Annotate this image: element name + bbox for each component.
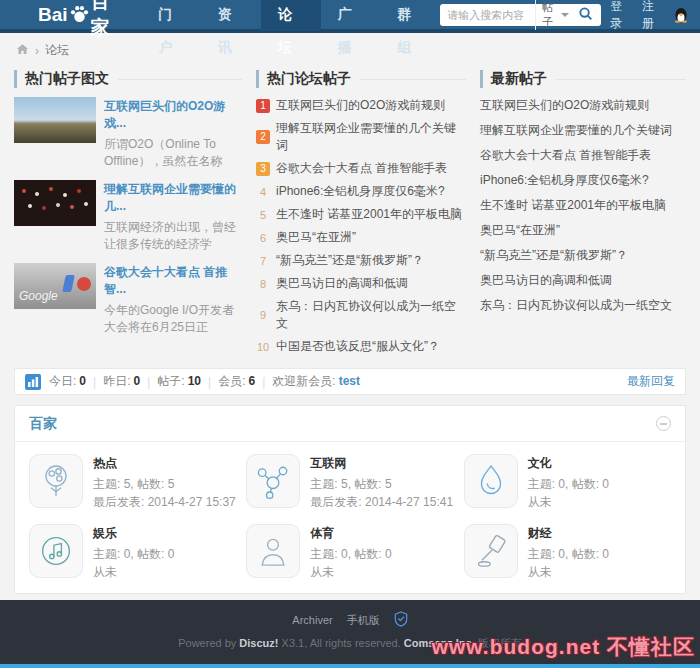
title-rule bbox=[118, 79, 242, 80]
hot-pic-item: Google 谷歌大会十大看点 首推智... 今年的Google I/O开发者大… bbox=[14, 263, 242, 337]
hot-post-link[interactable]: 中国是否也该反思“服从文化”？ bbox=[276, 338, 440, 355]
gavel-icon[interactable] bbox=[464, 524, 518, 578]
title-rule bbox=[556, 79, 686, 80]
new-post-link[interactable]: 生不逢时 诺基亚2001年的平板电脑 bbox=[480, 198, 666, 212]
new-post-item: 奥巴马访日的高调和低调 bbox=[480, 272, 686, 289]
hot-post-link[interactable]: 奥巴马访日的高调和低调 bbox=[276, 275, 408, 292]
nav-item-news[interactable]: 资讯 bbox=[201, 0, 261, 31]
stat-divider: | bbox=[208, 375, 211, 389]
network-icon[interactable] bbox=[246, 454, 300, 508]
hot-pic-item: 理解互联网企业需要懂的几... 互联网经济的出现，曾经让很多传统的经济学 bbox=[14, 180, 242, 254]
new-post-link[interactable]: “新乌克兰”还是“新俄罗斯”？ bbox=[480, 248, 628, 262]
post-thumbnail-sky[interactable] bbox=[14, 97, 96, 143]
rank-badge: 2 bbox=[256, 130, 270, 144]
nav-item-broadcast[interactable]: 广播 bbox=[321, 0, 381, 31]
forum-grid: 热点 主题: 5, 帖数: 5 最后发表: 2014-4-27 15:37 互联… bbox=[15, 442, 685, 593]
chevron-down-icon bbox=[561, 13, 569, 17]
nav-item-portal[interactable]: 门户 bbox=[141, 0, 201, 31]
forum-cell-finance: 财经 主题: 0, 帖数: 0 从未 bbox=[464, 524, 671, 581]
forum-name-link[interactable]: 文化 bbox=[528, 455, 609, 472]
breadcrumb-forum[interactable]: 论坛 bbox=[45, 42, 69, 59]
category-title-link[interactable]: 百家 bbox=[29, 415, 57, 433]
baidu-baijia-logo[interactable]: Bai 百家 bbox=[38, 0, 125, 41]
top-navbar: Bai 百家 门户 资讯 论坛 广播 群组 帖子 登录 注册 bbox=[0, 0, 700, 33]
person-icon[interactable] bbox=[246, 524, 300, 578]
post-title-link[interactable]: 理解互联网企业需要懂的几... bbox=[104, 181, 242, 215]
logo-text-bai: Bai bbox=[38, 4, 68, 26]
new-post-link[interactable]: iPhone6:全铝机身厚度仅6毫米? bbox=[480, 173, 649, 187]
nav-item-group[interactable]: 群组 bbox=[380, 0, 440, 31]
hot-post-link[interactable]: iPhone6:全铝机身厚度仅6毫米? bbox=[276, 183, 445, 200]
search-input[interactable] bbox=[447, 9, 535, 21]
rank-number: 9 bbox=[256, 308, 270, 322]
collapse-icon[interactable] bbox=[656, 416, 671, 431]
post-thumbnail-shop[interactable] bbox=[14, 180, 96, 226]
hot-post-link[interactable]: 理解互联网企业需要懂的几个关键词 bbox=[276, 120, 466, 154]
discuz-credit-link[interactable]: Discuz! bbox=[239, 637, 278, 649]
hot-pics-title: 热门帖子图文 bbox=[14, 70, 242, 88]
hot-post-link[interactable]: “新乌克兰”还是“新俄罗斯”？ bbox=[276, 252, 424, 269]
forum-stats: 主题: 0, 帖数: 0 bbox=[528, 545, 609, 563]
forum-lastpost: 从未 bbox=[93, 563, 174, 581]
hot-post-link[interactable]: 生不逢时 诺基亚2001年的平板电脑 bbox=[276, 206, 462, 223]
main-menu: 门户 资讯 论坛 广播 群组 bbox=[141, 0, 440, 31]
rank-number: 10 bbox=[256, 340, 270, 354]
hot-post-link[interactable]: 互联网巨头们的O2O游戏前规则 bbox=[276, 97, 445, 114]
rank-number: 8 bbox=[256, 277, 270, 291]
new-post-item: iPhone6:全铝机身厚度仅6毫米? bbox=[480, 172, 686, 189]
mobile-version-link[interactable]: 手机版 bbox=[347, 613, 380, 628]
rank-number: 7 bbox=[256, 254, 270, 268]
shield-icon[interactable] bbox=[394, 611, 408, 629]
navbar-right: 帖子 登录 注册 bbox=[440, 0, 688, 32]
forum-cell-sports: 体育 主题: 0, 帖数: 0 从未 bbox=[246, 524, 453, 581]
new-post-link[interactable]: 奥巴马访日的高调和低调 bbox=[480, 273, 612, 287]
new-post-link[interactable]: 互联网巨头们的O2O游戏前规则 bbox=[480, 98, 649, 112]
forum-name-link[interactable]: 娱乐 bbox=[93, 525, 174, 542]
tree-icon[interactable] bbox=[29, 454, 83, 508]
new-post-item: 互联网巨头们的O2O游戏前规则 bbox=[480, 97, 686, 114]
stat-divider: | bbox=[93, 375, 96, 389]
latest-reply-link[interactable]: 最新回复 bbox=[627, 373, 675, 390]
home-icon[interactable] bbox=[16, 43, 29, 58]
new-post-link[interactable]: 东乌：日内瓦协议何以成为一纸空文 bbox=[480, 298, 672, 312]
music-note-icon[interactable] bbox=[29, 524, 83, 578]
forum-lastpost[interactable]: 最后发表: 2014-4-27 15:37 bbox=[93, 493, 236, 511]
breadcrumb-separator: › bbox=[35, 44, 39, 58]
login-link[interactable]: 登录 bbox=[610, 0, 633, 32]
stat-posts: 帖子:10 bbox=[157, 373, 201, 390]
archiver-link[interactable]: Archiver bbox=[292, 614, 332, 626]
category-header: 百家 bbox=[15, 406, 685, 442]
rank-number: 5 bbox=[256, 208, 270, 222]
search-button[interactable] bbox=[575, 4, 596, 26]
nav-item-forum[interactable]: 论坛 bbox=[261, 0, 321, 31]
forum-stats: 主题: 0, 帖数: 0 bbox=[310, 545, 391, 563]
stat-today: 今日:0 bbox=[49, 373, 86, 390]
hot-post-item: 3谷歌大会十大看点 首推智能手表 bbox=[256, 160, 466, 177]
forum-name-link[interactable]: 热点 bbox=[93, 455, 236, 472]
qq-login-icon[interactable] bbox=[674, 7, 688, 23]
forum-name-link[interactable]: 财经 bbox=[528, 525, 609, 542]
forum-name-link[interactable]: 互联网 bbox=[310, 455, 453, 472]
hot-post-link[interactable]: 奥巴马“在亚洲” bbox=[276, 229, 356, 246]
footer: Archiver 手机版 Powered by Discuz! X3.1, Al… bbox=[0, 600, 700, 668]
register-link[interactable]: 注册 bbox=[642, 0, 665, 32]
search-scope-label: 帖子 bbox=[542, 0, 557, 30]
new-post-link[interactable]: 奥巴马“在亚洲” bbox=[480, 223, 560, 237]
new-post-link[interactable]: 谷歌大会十大看点 首推智能手表 bbox=[480, 148, 651, 162]
search-scope-dropdown[interactable]: 帖子 bbox=[535, 0, 575, 30]
forum-lastpost[interactable]: 最后发表: 2014-4-27 15:41 bbox=[310, 493, 453, 511]
post-title-link[interactable]: 互联网巨头们的O2O游戏... bbox=[104, 98, 242, 132]
hot-post-link[interactable]: 谷歌大会十大看点 首推智能手表 bbox=[276, 160, 447, 177]
droplet-icon[interactable] bbox=[464, 454, 518, 508]
post-thumbnail-google[interactable]: Google bbox=[14, 263, 96, 309]
hot-post-item: 8奥巴马访日的高调和低调 bbox=[256, 275, 466, 292]
new-post-link[interactable]: 理解互联网企业需要懂的几个关键词 bbox=[480, 123, 672, 137]
forum-name-link[interactable]: 体育 bbox=[310, 525, 391, 542]
section-title-text: 热门帖子图文 bbox=[25, 70, 109, 88]
hot-post-link[interactable]: 东乌：日内瓦协议何以成为一纸空文 bbox=[276, 298, 466, 332]
newest-member-link[interactable]: test bbox=[339, 374, 360, 388]
hot-post-item: 10中国是否也该反思“服从文化”？ bbox=[256, 338, 466, 355]
hot-pics-section: 热门帖子图文 互联网巨头们的O2O游戏... 所谓O2O（Online To O… bbox=[14, 66, 242, 361]
forum-lastpost: 从未 bbox=[528, 563, 609, 581]
post-title-link[interactable]: 谷歌大会十大看点 首推智... bbox=[104, 264, 242, 298]
